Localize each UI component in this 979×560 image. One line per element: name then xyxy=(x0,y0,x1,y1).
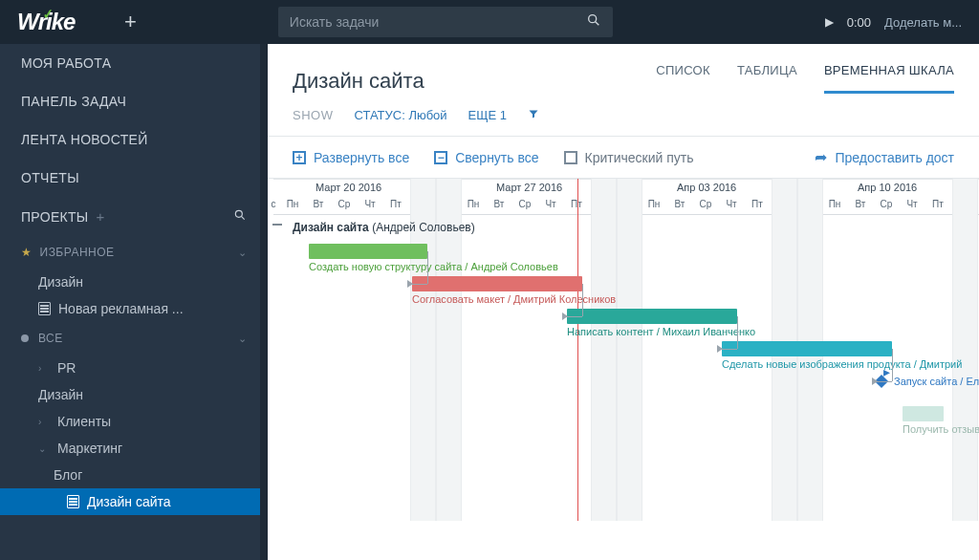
gantt-day-label: Чт xyxy=(360,199,380,209)
gantt-day-label: Вт xyxy=(670,199,689,209)
gantt-week-label: Март 20 2016 xyxy=(315,182,381,193)
nav-reports[interactable]: ОТЧЕТЫ xyxy=(0,159,268,197)
gantt-task-bar[interactable] xyxy=(412,276,582,291)
search-icon[interactable] xyxy=(586,12,601,32)
gantt-day-label: Чт xyxy=(903,199,922,209)
expand-all-button[interactable]: Развернуть все xyxy=(293,150,409,165)
chevron-down-icon[interactable]: ⌄ xyxy=(238,333,248,345)
note-icon xyxy=(38,302,51,315)
topbar: Wr✓ike + ▶ 0:00 Доделать м... xyxy=(0,0,979,44)
gantt-day-label: Вт xyxy=(490,199,509,209)
share-icon: ➦ xyxy=(815,148,827,166)
project-search-icon[interactable] xyxy=(233,208,247,225)
gantt-day-label: Ср xyxy=(696,199,715,209)
svg-line-3 xyxy=(241,216,244,219)
collapse-handle-icon[interactable] xyxy=(272,224,282,226)
filter-bar: SHOW СТАТУС: Любой ЕЩЕ 1 xyxy=(268,95,979,137)
nav-projects[interactable]: ПРОЕКТЫ + xyxy=(0,197,268,236)
gantt-day-label: Вт xyxy=(851,199,870,209)
svg-point-0 xyxy=(589,15,597,23)
svg-line-1 xyxy=(596,22,599,26)
tree-clients[interactable]: ›Клиенты xyxy=(0,408,268,435)
gantt-task-label: Запуск сайта / Елена Васильева xyxy=(894,376,979,387)
sidebar-fav-campaign[interactable]: Новая рекламная ... xyxy=(0,295,268,322)
gantt-task-label: Создать новую структуру сайта / Андрей С… xyxy=(309,261,558,272)
gantt-week-label: Март 27 2016 xyxy=(496,182,562,193)
gantt-day-label: Пт xyxy=(748,199,767,209)
nav-stream[interactable]: ЛЕНТА НОВОСТЕЙ xyxy=(0,120,268,159)
section-all[interactable]: ВСЕ ⌄ xyxy=(0,322,268,355)
tree-design[interactable]: Дизайн xyxy=(0,381,268,408)
tree-pr[interactable]: ›PR xyxy=(0,355,268,381)
gantt-day-label: Вт xyxy=(309,199,328,209)
dot-icon xyxy=(21,334,29,342)
gantt-day-label: Ср xyxy=(335,199,354,209)
nav-dashboard[interactable]: ПАНЕЛЬ ЗАДАЧ xyxy=(0,82,268,120)
filter-show-label: SHOW xyxy=(293,108,333,122)
gantt-day-label: Чт xyxy=(722,199,741,209)
gantt-week-label: Апр 03 2016 xyxy=(677,182,736,193)
section-favorites-label: ИЗБРАННОЕ xyxy=(40,246,115,259)
view-tabs: СПИСОК ТАБЛИЦА ВРЕМЕННАЯ ШКАЛА xyxy=(656,63,954,94)
gantt-chart[interactable]: Март 20 2016Март 27 2016Апр 03 2016Апр 1… xyxy=(268,179,979,560)
sidebar-fav-design[interactable]: Дизайн xyxy=(0,269,268,295)
gantt-task-bar[interactable] xyxy=(309,244,427,259)
gantt-day-label: Чт xyxy=(541,199,560,209)
page-title: Дизайн сайта xyxy=(293,69,424,94)
section-favorites[interactable]: ★ ИЗБРАННОЕ ⌄ xyxy=(0,236,268,269)
sidebar: МОЯ РАБОТА ПАНЕЛЬ ЗАДАЧ ЛЕНТА НОВОСТЕЙ О… xyxy=(0,0,268,560)
chevron-right-icon: › xyxy=(38,417,52,427)
play-icon[interactable]: ▶ xyxy=(825,15,834,29)
star-icon: ★ xyxy=(21,246,33,259)
tab-timeline[interactable]: ВРЕМЕННАЯ ШКАЛА xyxy=(824,63,954,94)
share-button[interactable]: ➦Предоставить дост xyxy=(815,148,954,166)
gantt-task-label: Сделать новые изображения продукта / Дми… xyxy=(722,358,962,370)
nav-my-work[interactable]: МОЯ РАБОТА xyxy=(0,44,268,82)
note-icon xyxy=(67,495,79,508)
gantt-task-label: Написать контент / Михаил Иванченко xyxy=(567,326,755,337)
gantt-task-bar[interactable] xyxy=(722,341,892,356)
gantt-day-label: Пн xyxy=(825,199,844,209)
global-search[interactable] xyxy=(278,7,613,37)
tree-site-design[interactable]: Дизайн сайта xyxy=(0,488,268,515)
timer-task[interactable]: Доделать м... xyxy=(884,15,962,30)
gantt-day-label: Ср xyxy=(515,199,534,209)
chevron-down-icon[interactable]: ⌄ xyxy=(238,247,248,259)
critical-path-toggle[interactable]: Критический путь xyxy=(564,150,694,165)
chevron-right-icon: › xyxy=(38,363,52,374)
collapse-icon xyxy=(434,151,447,164)
gantt-week-label: Апр 10 2016 xyxy=(858,182,917,193)
timer-widget: ▶ 0:00 Доделать м... xyxy=(825,15,979,30)
filter-status[interactable]: СТАТУС: Любой xyxy=(354,108,446,122)
tree-marketing[interactable]: ⌄Маркетинг xyxy=(0,435,268,462)
timer-value: 0:00 xyxy=(847,15,871,30)
filter-icon[interactable] xyxy=(528,108,539,122)
logo[interactable]: Wr✓ike xyxy=(0,9,115,35)
gantt-task-label: Согласовать макет / Дмитрий Колесников xyxy=(412,293,616,305)
gantt-body[interactable]: Дизайн сайта (Андрей Соловьев)Создать но… xyxy=(273,215,979,521)
gantt-task-bar[interactable] xyxy=(903,406,944,421)
search-input[interactable] xyxy=(290,14,586,30)
add-button-top[interactable]: + xyxy=(124,10,137,34)
svg-point-2 xyxy=(235,210,242,217)
gantt-day-label: Ср xyxy=(877,199,896,209)
titlebar: Дизайн сайта СПИСОК ТАБЛИЦА ВРЕМЕННАЯ ШК… xyxy=(268,44,979,95)
nav-projects-label: ПРОЕКТЫ xyxy=(21,209,89,225)
gantt-project-row[interactable]: Дизайн сайта (Андрей Соловьев) xyxy=(293,221,475,234)
tab-list[interactable]: СПИСОК xyxy=(656,63,710,94)
tab-table[interactable]: ТАБЛИЦА xyxy=(737,63,797,94)
filter-more[interactable]: ЕЩЕ 1 xyxy=(468,108,507,122)
tree-blog[interactable]: Блог xyxy=(0,462,268,488)
gantt-day-label: Пт xyxy=(928,199,947,209)
section-all-label: ВСЕ xyxy=(38,332,63,345)
add-project-icon[interactable]: + xyxy=(97,208,105,225)
gantt-task-label: Получить отзывы от клиентов / Елена Васи… xyxy=(903,423,979,435)
gantt-day-label: Пт xyxy=(386,199,405,209)
collapse-all-button[interactable]: Свернуть все xyxy=(434,150,538,165)
gantt-day-label: Пн xyxy=(644,199,664,209)
expand-icon xyxy=(293,151,306,164)
gantt-day-label: Пн xyxy=(283,199,302,209)
checkbox-icon xyxy=(564,151,577,164)
gantt-task-bar[interactable] xyxy=(567,309,737,324)
toolbar: Развернуть все Свернуть все Критический … xyxy=(268,137,979,179)
